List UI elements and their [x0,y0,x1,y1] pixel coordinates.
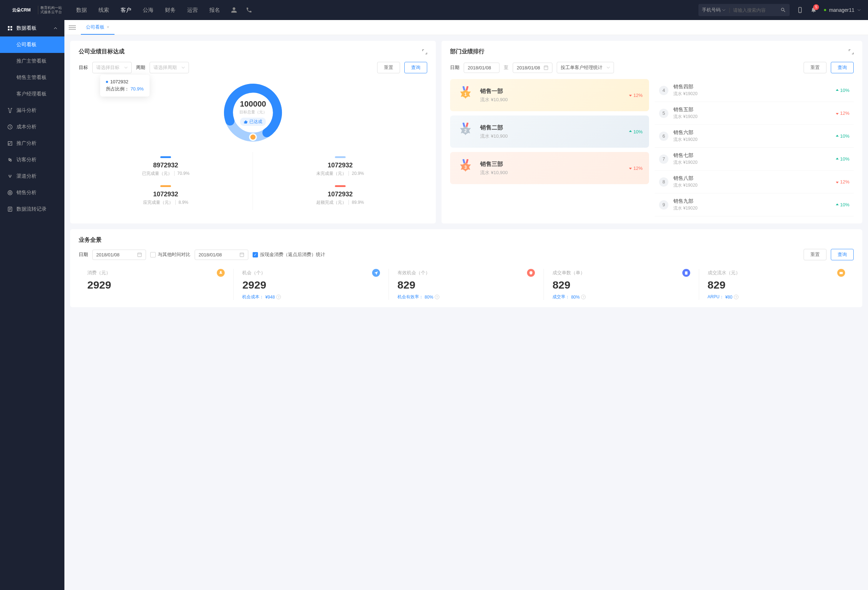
arrow-down-icon [628,93,633,97]
period-select[interactable]: 请选择周期 [149,62,189,73]
kpi-icon [527,269,535,277]
help-icon[interactable]: ? [435,295,439,299]
svg-rect-40 [685,273,687,273]
search-type-select[interactable]: 手机号码 [702,7,729,13]
kpi-item: 机会（个）2929机会成本：¥948? [234,269,388,300]
svg-point-9 [10,160,12,161]
notifications-button[interactable]: 5 [810,6,817,14]
sidebar-sub-item[interactable]: 客户经理看板 [0,86,64,102]
help-icon[interactable]: ? [734,295,738,299]
svg-rect-26 [463,123,465,127]
reset-button[interactable]: 重置 [377,62,400,73]
date-to-input[interactable]: 2018/01/08 [513,63,552,73]
query-button[interactable]: 查询 [831,249,854,260]
compare-checkbox[interactable]: 与其他时间对比 [150,252,190,258]
arrow-down-icon [835,111,839,115]
svg-rect-5 [10,29,12,30]
rank-row: 4销售四部流水 ¥1902010% [655,79,854,102]
stat-item: 1072932未完成量（元）20.9% [253,152,427,181]
rank-row: 6销售六部流水 ¥1902010% [655,125,854,148]
svg-rect-39 [685,272,687,272]
calendar-icon [239,252,244,257]
svg-text:1: 1 [464,92,467,97]
nav-item-1[interactable]: 线索 [98,7,109,13]
rank-row: 8销售八部流水 ¥1902012% [655,171,854,193]
chevron-down-icon [607,66,610,69]
kpi-icon [217,269,225,277]
reset-button[interactable]: 重置 [804,62,827,73]
kpi-icon [372,269,380,277]
svg-rect-37 [240,253,244,257]
notif-badge: 5 [813,4,819,10]
stat-by-select[interactable]: 按工单客户经理统计 [557,62,614,73]
card-title: 公司业绩目标达成 [79,48,124,56]
top-nav: 云朵CRM 教育机构一站 式服务云平台 数据线索客户公海财务运营报名 手机号码 … [0,0,868,20]
sidebar-sub-item[interactable]: 公司看板 [0,37,64,53]
help-icon[interactable]: ? [276,295,281,299]
logo: 云朵CRM 教育机构一站 式服务云平台 [7,6,62,14]
cash-checkbox[interactable]: 按现金消费（返点后消费）统计 [252,252,325,258]
tab-company-board[interactable]: 公司看板 × [81,21,115,35]
user-menu[interactable]: manager11 [824,7,861,13]
medal-icon: 1 [456,86,474,104]
help-icon[interactable]: ? [581,295,586,299]
arrow-down-icon [628,166,633,170]
search-box[interactable]: 手机号码 | [698,4,790,16]
chart-tooltip: 1072932 所占比例： 70.9% [100,75,149,97]
expand-icon[interactable] [422,49,427,54]
sidebar-item[interactable]: 漏斗分析 [0,102,64,119]
query-button[interactable]: 查询 [831,62,854,73]
close-icon[interactable]: × [106,24,109,30]
svg-rect-31 [463,159,465,163]
sidebar-item[interactable]: 销售分析 [0,184,64,201]
nav-item-6[interactable]: 报名 [209,7,220,13]
svg-rect-4 [8,29,10,30]
chevron-down-icon [182,66,185,69]
rank-row: 7销售七部流水 ¥1902010% [655,148,854,171]
sidebar-item[interactable]: 访客分析 [0,152,64,168]
sidebar-sub-item[interactable]: 推广主管看板 [0,53,64,69]
arrow-up-icon [628,129,633,134]
sidebar-item[interactable]: 数据流转记录 [0,201,64,218]
user-icon[interactable] [231,7,237,13]
nav-item-4[interactable]: 财务 [165,7,176,13]
overview-date1-input[interactable]: 2018/01/08 [92,250,146,260]
calendar-icon [543,65,549,70]
kpi-item: 消费（元）2929 [79,269,234,300]
card-title: 部门业绩排行 [450,48,484,56]
chevron-down-icon [857,8,861,12]
svg-text:3: 3 [464,165,467,170]
svg-rect-20 [544,66,548,70]
nav-item-3[interactable]: 公海 [143,7,154,13]
menu-icon [7,124,13,130]
expand-icon[interactable] [849,49,854,54]
sidebar-item[interactable]: 成本分析 [0,119,64,135]
target-select[interactable]: 请选择目标 [92,62,132,73]
nav-item-0[interactable]: 数据 [76,7,87,13]
overview-date2-input[interactable]: 2018/01/08 [195,250,248,260]
sidebar-group-dashboard[interactable]: 数据看板 [0,20,64,37]
date-from-input[interactable]: 2018/01/08 [464,63,499,73]
nav-item-5[interactable]: 运营 [187,7,198,13]
logo-text: 云朵CRM [7,6,36,14]
sidebar-sub-item[interactable]: 销售主管看板 [0,69,64,86]
svg-rect-2 [8,26,10,28]
sidebar-toggle[interactable] [69,24,76,31]
sidebar-item[interactable]: 渠道分析 [0,168,64,184]
menu-icon [7,107,13,113]
svg-point-11 [10,175,12,176]
kpi-item: 成交流水（元）829ARPU：¥80? [699,269,854,300]
reset-button[interactable]: 重置 [804,249,827,260]
arrow-up-icon [835,203,839,207]
stat-item: 1072932应完成量（元）8.9% [79,181,253,210]
device-icon[interactable] [797,7,803,13]
main: 公司看板 × 公司业绩目标达成 目标 请选择目标 周期 请选择周期 重置 查询 [64,20,868,590]
arrow-up-icon [835,134,839,138]
query-button[interactable]: 查询 [404,62,427,73]
card-title: 业务全景 [79,236,102,244]
phone-icon[interactable] [246,7,252,13]
search-input[interactable] [730,7,780,13]
search-icon[interactable] [780,7,786,13]
sidebar-item[interactable]: 推广分析 [0,135,64,152]
nav-item-2[interactable]: 客户 [121,7,131,13]
